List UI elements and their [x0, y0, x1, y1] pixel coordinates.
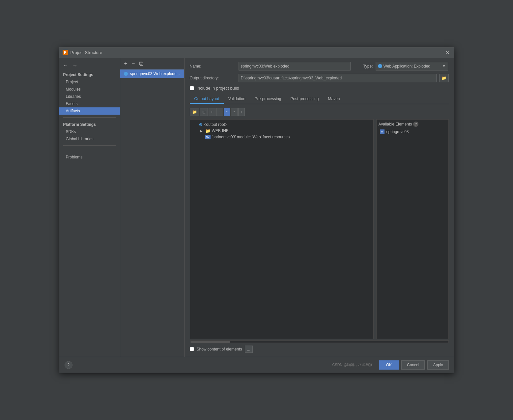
webinf-folder-icon: 📁 — [205, 128, 211, 133]
back-button[interactable]: ← — [62, 62, 70, 69]
nav-toolbar: ← → — [59, 61, 120, 70]
available-header-label: Available Elements — [379, 122, 412, 126]
artifact-list-item[interactable]: springmvc03:Web explode... — [120, 70, 184, 78]
app-icon: P — [63, 50, 68, 55]
artifact-list-panel: + − ⧉ springmvc03:Web explode... — [120, 58, 185, 357]
dots-button[interactable]: ... — [245, 346, 253, 353]
close-button[interactable]: ✕ — [444, 49, 451, 56]
tree-webinf-label: WEB-INF — [212, 128, 229, 133]
sidebar-divider-2 — [63, 145, 116, 146]
sidebar: ← → Project Settings Project Modules Lib… — [59, 58, 120, 357]
include-build-checkbox[interactable] — [190, 86, 194, 90]
apply-button[interactable]: Apply — [427, 360, 448, 370]
forward-button[interactable]: → — [71, 62, 79, 69]
output-toolbar: 📁 ⊞ + − ↕ ↑ ↓ — [190, 107, 449, 117]
tree-module-resources-label: 'springmvc03' module: 'Web' facet resour… — [212, 135, 290, 139]
detail-panel: Name: Type: Web Application: Exploded ▼ — [185, 58, 454, 357]
sidebar-item-problems[interactable]: Problems — [59, 154, 120, 161]
tab-maven[interactable]: Maven — [323, 95, 344, 104]
dir-browse-button[interactable]: 📁 — [439, 74, 449, 82]
footer-left: ? — [65, 361, 72, 369]
cancel-button[interactable]: Cancel — [401, 360, 425, 370]
name-type-row: Name: Type: Web Application: Exploded ▼ — [190, 62, 449, 70]
webinf-arrow-icon: ▶ — [200, 129, 204, 133]
root-icon: ⚙ — [199, 122, 203, 127]
scrollbar-area[interactable] — [190, 340, 449, 343]
add-artifact-button[interactable]: + — [123, 60, 129, 67]
type-dropdown-icon: ▼ — [442, 64, 446, 68]
sidebar-divider — [63, 117, 116, 118]
move-down-button[interactable]: ↓ — [238, 108, 245, 116]
available-springmvc03-icon: M — [380, 129, 385, 134]
content-area: + − ⧉ springmvc03:Web explode... Name: — [120, 58, 454, 357]
project-settings-header: Project Settings — [59, 70, 120, 78]
sidebar-item-libraries[interactable]: Libraries — [59, 93, 120, 100]
project-structure-dialog: P Project Structure ✕ ← → Project Settin… — [59, 47, 454, 373]
available-item-label: springmvc03 — [386, 129, 409, 134]
available-help-icon[interactable]: ? — [413, 122, 418, 127]
footer-credit: CSDN @咖啡，巫师与猫 — [332, 362, 372, 367]
bottom-sidebar: Problems — [59, 154, 120, 161]
title-bar-left: P Project Structure — [63, 50, 102, 55]
platform-settings-header: Platform Settings — [59, 120, 120, 128]
add-dir-button[interactable]: 📁 — [190, 108, 199, 116]
dialog-title: Project Structure — [71, 50, 102, 55]
module-resources-icon: W — [205, 135, 211, 139]
sidebar-item-modules[interactable]: Modules — [59, 86, 120, 93]
available-item-springmvc03[interactable]: M springmvc03 — [379, 129, 446, 135]
include-build-label[interactable]: Include in project build — [197, 86, 239, 91]
footer-right: CSDN @咖啡，巫师与猫 OK Cancel Apply — [332, 360, 448, 370]
move-up-button[interactable]: ↑ — [231, 108, 238, 116]
show-content-checkbox[interactable] — [190, 347, 194, 351]
available-elements-panel: Available Elements ? M springmvc03 — [376, 119, 449, 339]
sidebar-item-artifacts[interactable]: Artifacts — [59, 107, 120, 115]
sort-button[interactable]: ↕ — [224, 108, 230, 116]
remove-artifact-button[interactable]: − — [130, 60, 136, 67]
sidebar-item-project[interactable]: Project — [59, 78, 120, 86]
title-bar: P Project Structure ✕ — [59, 47, 454, 58]
output-split: ⚙ <output root> ▶ 📁 WEB-INF W — [190, 119, 449, 339]
tab-output-layout[interactable]: Output Layout — [190, 95, 224, 104]
copy-artifact-button[interactable]: ⧉ — [138, 60, 145, 67]
output-dir-input[interactable] — [239, 74, 437, 82]
ok-button[interactable]: OK — [379, 360, 399, 370]
dialog-footer: ? CSDN @咖啡，巫师与猫 OK Cancel Apply — [59, 357, 454, 373]
include-build-row: Include in project build — [190, 86, 449, 91]
type-select-value: Web Application: Exploded — [384, 64, 431, 69]
name-input[interactable] — [239, 62, 351, 70]
tree-item-module-resources[interactable]: W 'springmvc03' module: 'Web' facet reso… — [192, 134, 371, 140]
sidebar-item-facets[interactable]: Facets — [59, 100, 120, 107]
tab-validation[interactable]: Validation — [224, 95, 250, 104]
sidebar-item-global-libraries[interactable]: Global Libraries — [59, 135, 120, 143]
add-element-button[interactable]: + — [209, 108, 215, 116]
type-label: Type: — [353, 64, 373, 69]
output-footer-row: Show content of elements ... — [190, 346, 449, 353]
show-structure-button[interactable]: ⊞ — [200, 108, 208, 116]
output-dir-row: Output directory: 📁 — [190, 74, 449, 82]
tab-post-processing[interactable]: Post-processing — [286, 95, 323, 104]
show-content-label[interactable]: Show content of elements — [197, 347, 242, 351]
name-label: Name: — [190, 64, 236, 69]
tab-pre-processing[interactable]: Pre-processing — [250, 95, 286, 104]
tree-root-label: <output root> — [204, 122, 227, 127]
artifact-item-label: springmvc03:Web explode... — [130, 71, 180, 76]
tabs-bar: Output Layout Validation Pre-processing … — [190, 95, 449, 104]
remove-element-button[interactable]: − — [216, 108, 223, 116]
main-content: ← → Project Settings Project Modules Lib… — [59, 58, 454, 357]
type-select[interactable]: Web Application: Exploded ▼ — [376, 62, 448, 70]
scrollbar-thumb[interactable] — [190, 341, 230, 343]
tree-item-output-root[interactable]: ⚙ <output root> — [192, 122, 371, 128]
sidebar-item-sdks[interactable]: SDKs — [59, 128, 120, 135]
tree-item-webinf[interactable]: ▶ 📁 WEB-INF — [192, 128, 371, 134]
artifact-toolbar: + − ⧉ — [120, 58, 184, 70]
output-tree: ⚙ <output root> ▶ 📁 WEB-INF W — [190, 119, 374, 339]
output-dir-label: Output directory: — [190, 76, 236, 80]
help-button[interactable]: ? — [65, 361, 72, 369]
available-elements-header: Available Elements ? — [379, 122, 446, 127]
artifact-icon — [124, 71, 128, 76]
